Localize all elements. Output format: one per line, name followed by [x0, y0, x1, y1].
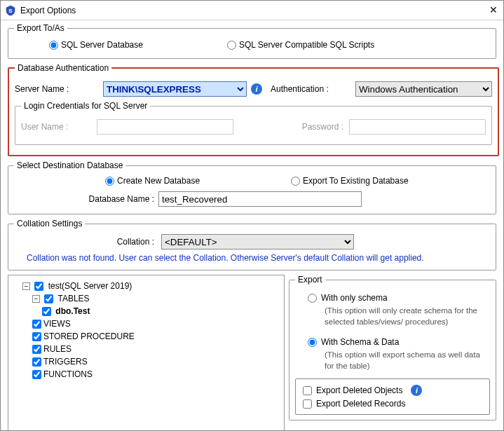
server-name-select[interactable]: THINK\SQLEXPRESS [103, 81, 247, 97]
export-to-group: Export To/As SQL Server Database SQL Ser… [8, 23, 496, 59]
tree-panel: − test(SQL Server 2019) − TABLES dbo.Tes… [8, 275, 285, 431]
tree-tables[interactable]: − TABLES dbo.Test [32, 292, 280, 317]
tree-functions[interactable]: FUNCTIONS [32, 368, 280, 381]
export-to-legend: Export To/As [14, 23, 67, 33]
radio-export-existing-db[interactable]: Export To Existing Database [291, 176, 409, 186]
login-group: Login Credentials for SQL Server User Na… [15, 101, 492, 145]
tree-views[interactable]: VIEWS [32, 317, 280, 330]
dest-db-group: Select Destination Database Create New D… [8, 160, 496, 214]
collation-select[interactable]: <DEFAULT> [161, 234, 354, 249]
schema-only-desc: (This option will only create schema for… [295, 304, 490, 333]
auth-label: Authentication : [271, 84, 351, 94]
tree-root[interactable]: − test(SQL Server 2019) − TABLES dbo.Tes… [22, 280, 280, 381]
radio-sql-scripts[interactable]: SQL Server Compatible SQL Scripts [227, 40, 374, 50]
tree-rules[interactable]: RULES [32, 343, 280, 355]
tree-triggers[interactable]: TRIGGERS [32, 355, 280, 368]
db-name-label: Database Name : [63, 194, 154, 204]
chk-deleted-records[interactable]: Export Deleted Records [303, 397, 482, 410]
titlebar: S Export Options ✕ [1, 1, 503, 20]
export-options-group: Export With only schema (This option wil… [289, 275, 496, 420]
tree-collapse-icon[interactable]: − [22, 282, 30, 290]
svg-text:S: S [8, 8, 13, 14]
db-name-input[interactable] [158, 191, 362, 207]
radio-create-new-db[interactable]: Create New Database [105, 176, 200, 186]
login-legend: Login Credentials for SQL Server [21, 101, 150, 111]
info-icon[interactable]: i [411, 385, 422, 396]
window-title: Export Options [20, 6, 488, 15]
tree-sp[interactable]: STORED PROCEDURE [32, 330, 280, 343]
collation-label: Collation : [77, 237, 154, 247]
collation-note: Collation was not found. User can select… [14, 251, 490, 264]
tree-dbo-test-checkbox[interactable] [42, 307, 51, 316]
collation-group: Collation Settings Collation : <DEFAULT>… [8, 219, 496, 271]
chk-deleted-objects[interactable]: Export Deleted Objects i [303, 383, 482, 397]
app-icon: S [5, 5, 16, 16]
auth-select[interactable]: Windows Authentication [355, 81, 492, 97]
radio-schema-only[interactable]: With only schema [308, 293, 490, 303]
password-label: Password : [273, 122, 343, 132]
schema-data-desc: (This option will export schema as well … [295, 348, 490, 377]
export-options-legend: Export [295, 275, 325, 285]
deleted-options-group: Export Deleted Objects i Export Deleted … [295, 378, 490, 415]
tree-root-checkbox[interactable] [34, 282, 43, 291]
radio-sql-server-db[interactable]: SQL Server Database [49, 40, 143, 50]
tree-dbo-test[interactable]: dbo.Test [42, 305, 280, 317]
db-auth-group: Database Authentication Server Name : TH… [8, 63, 499, 156]
username-input[interactable] [97, 119, 233, 135]
collation-legend: Collation Settings [14, 219, 85, 228]
db-auth-legend: Database Authentication [15, 63, 111, 73]
info-icon[interactable]: i [251, 83, 262, 95]
radio-schema-data[interactable]: With Schema & Data [308, 337, 490, 347]
tree-collapse-icon[interactable]: − [32, 295, 40, 303]
dest-db-legend: Select Destination Database [14, 160, 125, 170]
close-button[interactable]: ✕ [488, 5, 499, 16]
server-name-label: Server Name : [15, 84, 99, 94]
username-label: User Name : [21, 122, 91, 132]
tree-tables-checkbox[interactable] [44, 294, 53, 303]
password-input[interactable] [349, 119, 486, 135]
